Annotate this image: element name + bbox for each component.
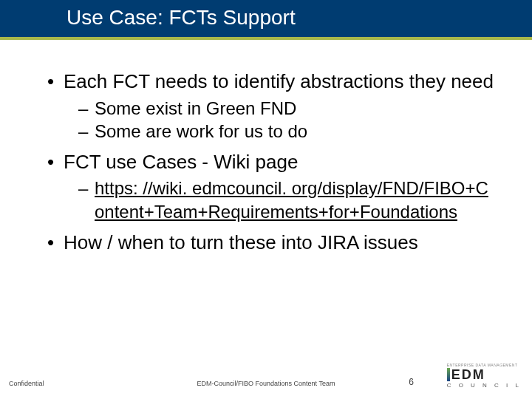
bullet-2-sub-link-item: https: //wiki. edmcouncil. org/display/F… (78, 177, 495, 222)
bullet-3-text: How / when to turn these into JIRA issue… (64, 231, 418, 253)
bullet-2: FCT use Cases - Wiki page https: //wiki.… (44, 150, 495, 223)
slide-body: Each FCT needs to identify abstractions … (0, 40, 532, 254)
logo-main: EDM (451, 368, 485, 381)
page-number: 6 (409, 377, 414, 387)
bullet-1: Each FCT needs to identify abstractions … (44, 69, 495, 143)
edm-logo: ENTERPRISE DATA MANAGEMENT EDM C O U N C… (447, 364, 522, 389)
slide-title: Use Case: FCTs Support (0, 0, 532, 40)
bullet-3: How / when to turn these into JIRA issue… (44, 231, 495, 255)
wiki-link[interactable]: https: //wiki. edmcouncil. org/display/F… (95, 178, 488, 221)
bullet-1-sub-2: Some are work for us to do (78, 120, 495, 143)
bullet-1-sub-1: Some exist in Green FND (78, 97, 495, 120)
bullet-1-text: Each FCT needs to identify abstractions … (64, 70, 494, 92)
logo-accent-icon (447, 368, 450, 381)
bullet-2-text: FCT use Cases - Wiki page (64, 151, 298, 173)
logo-sub: C O U N C I L (447, 383, 522, 389)
